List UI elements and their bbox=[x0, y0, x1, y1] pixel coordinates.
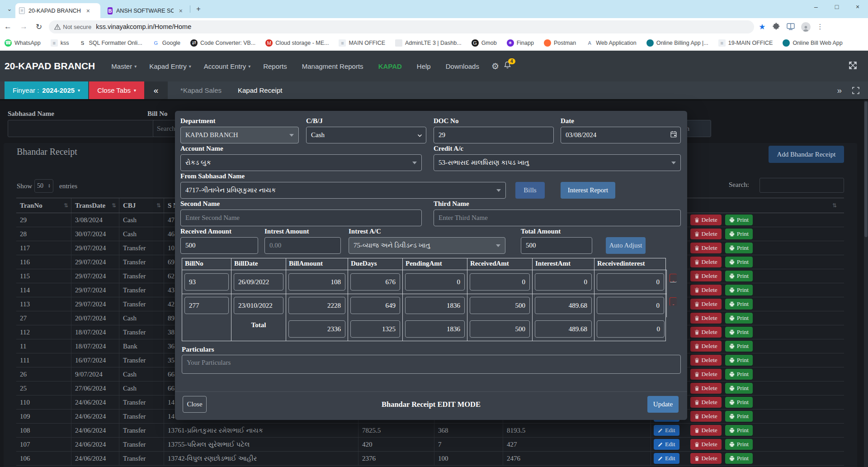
print-button[interactable]: Print bbox=[725, 257, 753, 267]
delete-button[interactable]: Delete bbox=[690, 369, 722, 380]
print-button[interactable]: Print bbox=[725, 425, 753, 436]
delete-button[interactable]: Delete bbox=[690, 439, 722, 450]
column-header-transdate[interactable]: TransDate⇅ bbox=[71, 198, 119, 213]
pendingamt-input[interactable]: 0 bbox=[405, 273, 465, 291]
delete-button[interactable]: Delete bbox=[690, 271, 722, 281]
calendar-icon[interactable] bbox=[670, 131, 677, 138]
billamount-input[interactable]: 108 bbox=[288, 273, 345, 291]
receivedamt-input[interactable]: 500 bbox=[470, 297, 530, 314]
auto-adjust-button[interactable]: Auto Adjust bbox=[606, 237, 646, 254]
delete-button[interactable]: Delete bbox=[690, 453, 722, 464]
print-button[interactable]: Print bbox=[725, 243, 753, 253]
edit-button[interactable]: Edit bbox=[654, 439, 679, 450]
tab-search-button[interactable]: ⌄ bbox=[5, 5, 14, 14]
nav-menu-item[interactable]: Master ▾ bbox=[105, 62, 143, 70]
delete-button[interactable]: Delete bbox=[690, 425, 722, 436]
billno-input[interactable]: 277 bbox=[184, 297, 229, 314]
bookmark-item[interactable]: ≡ MAIN OFFICE bbox=[339, 39, 385, 47]
delete-button[interactable]: Delete bbox=[690, 229, 722, 239]
print-button[interactable]: Print bbox=[725, 313, 753, 324]
print-button[interactable]: Print bbox=[725, 341, 753, 352]
delete-button[interactable]: Delete bbox=[690, 257, 722, 267]
second-name-input[interactable] bbox=[180, 210, 422, 226]
duedays-input[interactable]: 649 bbox=[350, 297, 400, 314]
bookmark-item[interactable]: G Gmob bbox=[472, 39, 497, 47]
browser-tab-inactive[interactable]: B ANSH SOFTWARE SOLUTIONS × bbox=[104, 3, 188, 18]
reload-button[interactable]: ↻ bbox=[36, 22, 42, 32]
page-tab[interactable]: Kapad Receipt bbox=[231, 86, 288, 94]
notifications-bell[interactable]: 4 bbox=[504, 61, 511, 71]
not-secure-badge[interactable]: Not secure bbox=[54, 24, 96, 30]
table-search-input[interactable] bbox=[760, 178, 844, 193]
edit-button[interactable]: Edit bbox=[654, 453, 679, 464]
particulars-textarea[interactable] bbox=[182, 355, 681, 374]
forward-button[interactable]: → bbox=[20, 22, 28, 31]
cbj-select[interactable]: Cash bbox=[306, 127, 426, 143]
add-bhandar-receipt-button[interactable]: Add Bhandar Receipt bbox=[769, 146, 844, 163]
window-minimize-button[interactable]: – bbox=[806, 0, 826, 15]
total-amount-input[interactable] bbox=[521, 237, 592, 254]
receivedinterest-input[interactable]: 0 bbox=[597, 297, 664, 314]
third-name-input[interactable] bbox=[434, 210, 681, 226]
department-select[interactable]: KAPAD BRANCH bbox=[180, 127, 299, 143]
bookmark-item[interactable]: Online Billing App |... bbox=[646, 39, 708, 47]
nav-menu-item[interactable]: Kapad Entry ▾ bbox=[143, 62, 198, 70]
bookmark-item[interactable]: M Cloud storage - ME... bbox=[265, 39, 329, 47]
scrollbar-thumb[interactable] bbox=[864, 101, 868, 237]
duedays-input[interactable]: 676 bbox=[350, 273, 400, 291]
delete-button[interactable]: Delete bbox=[690, 383, 722, 394]
bookmark-item[interactable]: Online Bill Web App bbox=[783, 39, 842, 47]
nav-menu-item[interactable]: KAPAD bbox=[372, 62, 410, 70]
print-button[interactable]: Print bbox=[725, 299, 753, 310]
delete-button[interactable]: Delete bbox=[690, 243, 722, 253]
interestamt-input[interactable]: 0 bbox=[535, 273, 592, 291]
print-button[interactable]: Print bbox=[725, 355, 753, 366]
receivedamt-input[interactable]: 0 bbox=[470, 273, 530, 291]
print-button[interactable]: Print bbox=[725, 271, 753, 281]
delete-button[interactable]: Delete bbox=[690, 355, 722, 366]
bookmark-item[interactable]: ∗ Finapp bbox=[507, 39, 534, 47]
bookmark-item[interactable]: ⇄ Code Converter: VB... bbox=[190, 39, 255, 47]
column-header-tranno[interactable]: TranNo⇅ bbox=[16, 198, 71, 213]
delete-button[interactable]: Delete bbox=[690, 327, 722, 338]
delete-button[interactable]: Delete bbox=[690, 397, 722, 408]
bookmark-item[interactable]: Postman bbox=[544, 39, 576, 47]
tab-close-icon[interactable]: × bbox=[85, 7, 92, 14]
back-button[interactable]: ← bbox=[4, 22, 12, 31]
scroll-tabs-right-button[interactable]: » bbox=[837, 86, 842, 95]
billamount-input[interactable]: 2228 bbox=[288, 297, 345, 314]
print-button[interactable]: Print bbox=[725, 411, 753, 422]
nav-menu-item[interactable]: Downloads bbox=[439, 62, 488, 70]
delete-button[interactable]: Delete bbox=[690, 299, 722, 310]
bookmark-star-icon[interactable]: ★ bbox=[759, 22, 765, 32]
account-name-select[interactable]: રોકડ બુક bbox=[180, 154, 422, 171]
print-button[interactable]: Print bbox=[725, 369, 753, 380]
nav-menu-item[interactable]: Managment Reports bbox=[296, 62, 372, 70]
receivedinterest-input[interactable]: 0 bbox=[597, 273, 664, 291]
bookmark-item[interactable]: S SQL Formatter Onli... bbox=[79, 39, 142, 47]
print-button[interactable]: Print bbox=[725, 439, 753, 450]
nav-menu-item[interactable]: Account Entry ▾ bbox=[198, 62, 257, 70]
print-button[interactable]: Print bbox=[725, 383, 753, 394]
date-input[interactable] bbox=[561, 127, 681, 143]
interest-report-button[interactable]: Interest Report bbox=[561, 182, 615, 199]
settings-gear-icon[interactable]: ⚙ bbox=[491, 61, 499, 71]
doc-no-input[interactable] bbox=[434, 127, 554, 143]
expand-arrows-icon[interactable] bbox=[849, 61, 857, 71]
remove-bill-button[interactable]: - bbox=[670, 297, 677, 306]
page-size-select[interactable]: 50 ▲▼ bbox=[34, 179, 53, 193]
intrest-ac-select[interactable]: 75-વ્યાજ અને ડિવીડન્ડ ખાતુ bbox=[349, 237, 505, 254]
bookmark-item[interactable]: A Web Application bbox=[586, 39, 636, 47]
intrest-amount-input[interactable] bbox=[264, 237, 341, 254]
page-scrollbar[interactable] bbox=[864, 100, 868, 467]
nav-menu-item[interactable]: Help bbox=[410, 62, 439, 70]
column-header-cbj[interactable]: CBJ⇅ bbox=[119, 198, 164, 213]
bills-button[interactable]: Bills bbox=[515, 182, 545, 199]
print-button[interactable]: Print bbox=[725, 327, 753, 338]
remove-bill-button[interactable]: - bbox=[670, 274, 677, 282]
scroll-tabs-left-button[interactable]: « bbox=[144, 81, 168, 99]
interestamt-input[interactable]: 489.68 bbox=[535, 297, 592, 314]
bookmark-item[interactable]: G Google bbox=[152, 39, 180, 47]
received-amount-input[interactable] bbox=[180, 237, 258, 254]
nav-menu-item[interactable]: Reports bbox=[257, 62, 296, 70]
